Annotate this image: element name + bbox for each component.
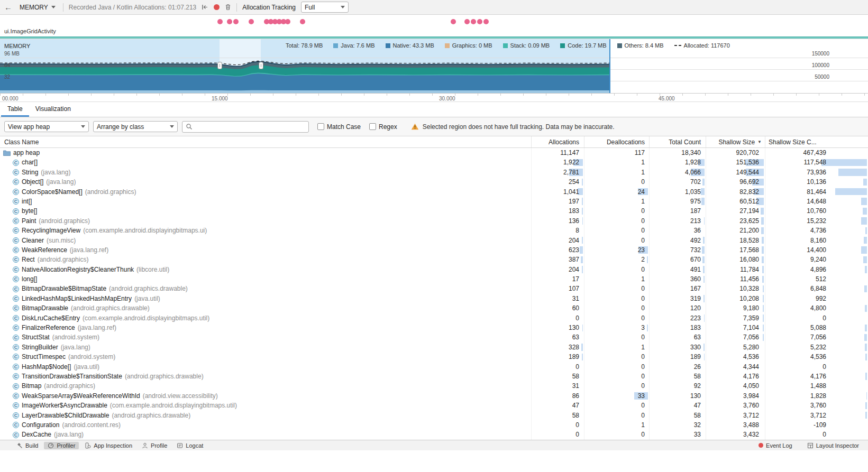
delete-recording-icon[interactable]	[225, 4, 231, 11]
recording-indicator-icon[interactable]	[214, 4, 220, 10]
event-dot	[483, 19, 489, 24]
cell-dealloc: 0	[584, 177, 650, 187]
statusbar-item-layout-inspector[interactable]: Layout Inspector	[803, 442, 863, 449]
table-row[interactable]: Clong[]17136011,456512	[0, 274, 868, 284]
table-row[interactable]: CPaint(android.graphics)136021323,62515,…	[0, 216, 868, 226]
table-row[interactable]: CStructStat(android.system)630637,0567,0…	[0, 332, 868, 342]
class-name: char[]	[22, 158, 38, 167]
table-row[interactable]: app heap11,14711718,340920,702467,439	[0, 148, 868, 158]
table-row[interactable]: CWeakSparseArray$WeakReferenceWithId(and…	[0, 391, 868, 401]
table-row[interactable]: CRecyclingImageView(com.example.android.…	[0, 226, 868, 235]
memory-chart[interactable]: MEMORY 96 MB 64 32 150000 100000 50000 T…	[0, 39, 868, 93]
table-row[interactable]: CWeakReference(java.lang.ref)6232373217,…	[0, 245, 868, 255]
chevron-down-icon	[51, 6, 56, 11]
cell-heat-bar	[702, 246, 705, 253]
statusbar-item-logcat[interactable]: Logcat	[173, 442, 207, 449]
legend-swatch	[560, 43, 565, 48]
y-axis-right-label: 100000	[812, 62, 829, 68]
class-icon: C	[13, 335, 19, 341]
filter-bar: View app heap Arrange by class Match Cas…	[0, 117, 868, 136]
table-row[interactable]: CDiskLruCache$Entry(com.example.android.…	[0, 313, 868, 323]
tab-table[interactable]: Table	[1, 102, 29, 117]
statusbar-item-app-inspection[interactable]: App Inspection	[81, 442, 136, 449]
cell-total: 47	[650, 401, 706, 410]
cell-heat-bar	[581, 256, 583, 263]
table-row[interactable]: CTransitionDrawable$TransitionState(andr…	[0, 372, 868, 381]
cell-shallow: 60,512	[706, 197, 765, 206]
table-row[interactable]: CObject[](java.lang)254070296,69210,136	[0, 177, 868, 187]
process-dropdown[interactable]: MEMORY	[17, 3, 58, 12]
column-header-shallow-size-change[interactable]: Shallow Size C...	[765, 136, 868, 147]
table-row[interactable]: CNativeAllocationRegistry$CleanerThunk(l…	[0, 265, 868, 274]
range-handle-right[interactable]	[259, 62, 263, 69]
statusbar-item-profile[interactable]: Profile	[138, 442, 171, 449]
table-row[interactable]: CRect(android.graphics)387267016,0809,24…	[0, 255, 868, 264]
cell-shallow: 17,568	[706, 245, 765, 255]
cell-dealloc: 3	[584, 323, 650, 332]
heap-select[interactable]: View app heap	[4, 121, 89, 132]
cell-shallow: 10,208	[706, 294, 765, 303]
cell-heat-bar	[865, 412, 867, 419]
table-row[interactable]: Cint[]197197560,51214,648	[0, 197, 868, 206]
table-row[interactable]: CHashMap$Node[](java.util)00264,3440	[0, 362, 868, 372]
logcat-icon	[177, 442, 183, 449]
match-case-checkbox[interactable]	[317, 123, 324, 130]
table-row[interactable]: CImageWorker$AsyncDrawable(com.example.a…	[0, 401, 868, 410]
cell-total: 492	[650, 236, 706, 245]
cell-shallow: 96,692	[706, 177, 765, 187]
cell-dealloc: 0	[584, 401, 650, 410]
column-header-allocations[interactable]: Allocations	[532, 136, 584, 147]
table-row[interactable]: CLayerDrawable$ChildDrawable(android.gra…	[0, 411, 868, 420]
allocation-tracking-select[interactable]: Full	[301, 2, 349, 13]
cell-heat-bar	[865, 354, 867, 360]
regex-checkbox[interactable]	[369, 123, 376, 130]
cell-dealloc: 24	[584, 187, 650, 197]
column-header-class-name[interactable]: Class Name	[0, 136, 532, 147]
selected-range-overlay[interactable]	[220, 39, 261, 94]
table-row[interactable]: CBitmap(android.graphics)310924,0501,488	[0, 381, 868, 391]
statusbar-item-event-log[interactable]: Event Log	[755, 442, 796, 449]
cell-dealloc: 0	[584, 236, 650, 245]
cell-dealloc: 1	[584, 197, 650, 206]
export-recording-icon[interactable]	[202, 4, 208, 10]
cell-dealloc: 1	[584, 274, 650, 284]
package-name: (android.graphics.drawable)	[112, 411, 190, 420]
table-row[interactable]: CStructTimespec(android.system)18901894,…	[0, 352, 868, 362]
statusbar-item-profiler[interactable]: Profiler	[44, 442, 79, 449]
arrange-select[interactable]: Arrange by class	[93, 121, 178, 132]
table-row[interactable]: CString(java.lang)2,78114,066149,54473,9…	[0, 168, 868, 177]
table-row[interactable]: Cchar[]1,92211,928151,536117,548	[0, 158, 868, 167]
cell-change: 7,056	[765, 332, 868, 342]
table-row[interactable]: CFinalizerReference(java.lang.ref)130318…	[0, 323, 868, 332]
table-row[interactable]: CStringBuilder(java.lang)32813305,2805,2…	[0, 343, 868, 352]
table-row[interactable]: Cbyte[]183018727,19410,760	[0, 206, 868, 216]
class-name: DexCache	[22, 430, 51, 439]
column-header-total-count[interactable]: Total Count	[650, 136, 706, 147]
cell-heat-bar	[761, 227, 764, 234]
search-box[interactable]	[182, 121, 309, 133]
table-row[interactable]: CLinkedHashMap$LinkedHashMapEntry(java.u…	[0, 294, 868, 303]
table-row[interactable]: CBitmapDrawable(android.graphics.drawabl…	[0, 303, 868, 313]
table-row[interactable]: CCleaner(sun.misc)204049218,5288,160	[0, 236, 868, 245]
back-button[interactable]: ←	[4, 3, 12, 11]
search-input[interactable]	[195, 123, 305, 131]
cell-total: 92	[650, 381, 706, 391]
class-icon: C	[13, 218, 19, 224]
table-row[interactable]: CBitmapDrawable$BitmapState(android.grap…	[0, 284, 868, 293]
table-row[interactable]: CConfiguration(android.content.res)01323…	[0, 420, 868, 430]
cell-dealloc: 1	[584, 168, 650, 177]
cell-heat-bar	[763, 314, 764, 321]
table-row[interactable]: CColorSpace$Named[](android.graphics)1,0…	[0, 187, 868, 197]
cell-shallow: 3,760	[706, 401, 765, 410]
column-header-deallocations[interactable]: Deallocations	[584, 136, 650, 147]
cell-heat-bar	[582, 354, 583, 360]
column-header-shallow-size[interactable]: Shallow Size ▼	[706, 136, 765, 147]
class-icon: C	[13, 179, 19, 185]
range-handle-left[interactable]	[217, 62, 222, 69]
statusbar-label: Profiler	[57, 442, 75, 449]
tab-visualization[interactable]: Visualization	[29, 102, 77, 117]
statusbar-item-build[interactable]: Build	[13, 442, 42, 449]
cell-alloc: 183	[532, 206, 584, 216]
table-row[interactable]: CDexCache(java.lang)00333,4320	[0, 430, 868, 439]
cell-change: 14,648	[765, 197, 868, 206]
